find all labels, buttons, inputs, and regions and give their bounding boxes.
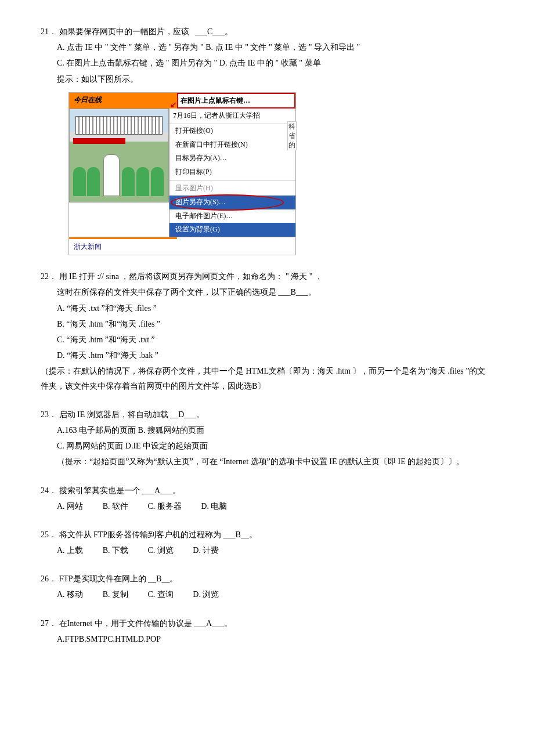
q22-number: 22． bbox=[41, 272, 57, 281]
q25-option-b: B. 下载 bbox=[103, 543, 128, 558]
illus-top-left: 今日在线 bbox=[69, 93, 177, 109]
q23-options-cd: C. 网易网站的页面 D.IE 中设定的起始页面 bbox=[41, 439, 493, 453]
q27-options: A.FTPB.SMTPC.HTMLD.POP bbox=[41, 632, 493, 646]
q26-stem-text: FTP是实现文件在网上的 __B__。 bbox=[59, 574, 178, 583]
q26-number: 26． bbox=[41, 574, 57, 583]
menu-open-link[interactable]: 打开链接(O) bbox=[169, 124, 295, 138]
q22-option-a: A. “海天 .txt ”和“海天 .files ” bbox=[41, 301, 493, 316]
illus-bottom-label: 浙大新闻 bbox=[69, 237, 177, 255]
photo-person bbox=[103, 154, 120, 196]
q22-hint: （提示：在默认的情况下，将保存两个文件，其中一个是 HTML文档〔即为：海天 .… bbox=[41, 364, 493, 393]
q25-option-a: A. 上载 bbox=[57, 543, 83, 558]
q21-option-b: B. 点 IE 中 " 文件 " 菜单，选 " 导入和导出 " bbox=[205, 43, 360, 52]
q26-options: A. 移动 B. 复制 C. 查询 D. 浏览 bbox=[41, 587, 493, 602]
question-25: 25． 将文件从 FTP服务器传输到客户机的过程称为 ___B__。 A. 上载… bbox=[41, 527, 493, 558]
q24-option-b: B. 软件 bbox=[103, 499, 128, 513]
photo-person bbox=[73, 167, 86, 196]
q26-option-c: C. 查询 bbox=[147, 587, 173, 602]
q25-option-d: D. 计费 bbox=[193, 543, 219, 558]
illus-top: 今日在线 ↙ 在图片上点鼠标右键… bbox=[69, 93, 295, 109]
q21-number: 21． bbox=[41, 27, 57, 36]
q24-option-a: A. 网站 bbox=[57, 499, 83, 513]
q24-option-c: C. 服务器 bbox=[147, 499, 181, 513]
context-menu: 7月16日，记者从浙江大学招 打开链接(O) 在新窗口中打开链接(N) 目标另存… bbox=[169, 108, 295, 236]
q26-stem: 26． FTP是实现文件在网上的 __B__。 bbox=[41, 571, 493, 586]
question-26: 26． FTP是实现文件在网上的 __B__。 A. 移动 B. 复制 C. 查… bbox=[41, 571, 493, 602]
q21-row-cd: C. 在图片上点击鼠标右键，选 " 图片另存为 " D. 点击 IE 中的 " … bbox=[41, 56, 493, 70]
question-23: 23． 启动 IE 浏览器后，将自动加载 __D___。 A.163 电子邮局的… bbox=[41, 407, 493, 469]
menu-save-image[interactable]: 图片另存为(S)… bbox=[169, 196, 295, 209]
q24-stem-text: 搜索引擎其实也是一个 ___A___。 bbox=[59, 486, 181, 495]
menu-open-new-window[interactable]: 在新窗口中打开链接(N) bbox=[169, 138, 295, 152]
q22-option-c: C. “海天 .htm ”和“海天 .txt ” bbox=[41, 332, 493, 347]
q24-options: A. 网站 B. 软件 C. 服务器 D. 电脑 bbox=[41, 499, 493, 513]
q25-options: A. 上载 B. 下载 C. 浏览 D. 计费 bbox=[41, 543, 493, 558]
photo-building bbox=[75, 116, 163, 135]
illus-annotation-text: 在图片上点鼠标右键… bbox=[181, 96, 250, 104]
q21-option-a: A. 点击 IE 中 " 文件 " 菜单，选 " 另存为 " bbox=[57, 43, 204, 52]
q27-stem: 27． 在Internet 中，用于文件传输的协议是 ___A___。 bbox=[41, 616, 493, 631]
q23-number: 23． bbox=[41, 410, 57, 419]
question-24: 24． 搜索引擎其实也是一个 ___A___。 A. 网站 B. 软件 C. 服… bbox=[41, 483, 493, 513]
illus-side-text: 科省的 bbox=[287, 121, 297, 150]
q21-option-d: D. 点击 IE 中的 " 收藏 " 菜单 bbox=[219, 59, 321, 67]
menu-show-image[interactable]: 显示图片(H) bbox=[169, 182, 295, 196]
q21-blank: ___C___ bbox=[195, 27, 225, 36]
menu-email-image[interactable]: 电子邮件图片(E)… bbox=[169, 209, 295, 223]
question-21: 21． 如果要保存网页中的一幅图片，应该 ___C___。 A. 点击 IE 中… bbox=[41, 24, 493, 255]
q27-number: 27． bbox=[41, 619, 57, 628]
q22-stem-line1: 22． 用 IE 打开 :// sina ，然后将该网页另存为网页文件，如命名为… bbox=[41, 269, 493, 284]
q21-row-ab: A. 点击 IE 中 " 文件 " 菜单，选 " 另存为 " B. 点 IE 中… bbox=[41, 40, 493, 55]
q25-option-c: C. 浏览 bbox=[147, 543, 173, 558]
q27-stem-text: 在Internet 中，用于文件传输的协议是 ___A___。 bbox=[59, 619, 233, 628]
q23-options-ab: A.163 电子邮局的页面 B. 搜狐网站的页面 bbox=[41, 423, 493, 437]
menu-set-background[interactable]: 设置为背景(G) bbox=[169, 223, 295, 237]
illus-caption: 7月16日，记者从浙江大学招 bbox=[169, 108, 295, 124]
illus-bottom: 浙大新闻 bbox=[69, 237, 295, 255]
photo-banner bbox=[73, 138, 125, 144]
photo-placeholder bbox=[69, 108, 169, 202]
illus-bottom-right bbox=[177, 237, 295, 255]
q25-stem-text: 将文件从 FTP服务器传输到客户机的过程称为 ___B__。 bbox=[59, 530, 257, 539]
photo-person bbox=[122, 167, 135, 196]
illus-annotation: ↙ 在图片上点鼠标右键… bbox=[177, 93, 295, 109]
q26-option-d: D. 浏览 bbox=[193, 587, 219, 602]
q25-number: 25． bbox=[41, 530, 57, 539]
q21-hint: 提示：如以下图所示。 bbox=[41, 72, 493, 86]
q21-illustration: 今日在线 ↙ 在图片上点鼠标右键… 7月16日，记者从浙江大学招 打开链接(O)… bbox=[68, 92, 296, 256]
q22-stem-a: 用 IE 打开 :// sina ，然后将该网页另存为网页文件，如命名为： " … bbox=[59, 272, 323, 281]
q25-stem: 25． 将文件从 FTP服务器传输到客户机的过程称为 ___B__。 bbox=[41, 527, 493, 542]
photo-person bbox=[136, 167, 149, 196]
menu-separator bbox=[169, 180, 295, 180]
q26-option-b: B. 复制 bbox=[103, 587, 128, 602]
q24-stem: 24． 搜索引擎其实也是一个 ___A___。 bbox=[41, 483, 493, 498]
q21-stem: 21． 如果要保存网页中的一幅图片，应该 ___C___。 bbox=[41, 24, 493, 39]
illus-body: 7月16日，记者从浙江大学招 打开链接(O) 在新窗口中打开链接(N) 目标另存… bbox=[69, 108, 295, 236]
q26-option-a: A. 移动 bbox=[57, 587, 83, 602]
q21-option-c: C. 在图片上点击鼠标右键，选 " 图片另存为 " bbox=[57, 59, 217, 67]
q23-hint: （提示：“起始页面”又称为“默认主页”，可在 “Internet 选项”的选项卡… bbox=[41, 454, 493, 469]
q24-number: 24． bbox=[41, 486, 57, 495]
menu-save-target[interactable]: 目标另存为(A)… bbox=[169, 151, 295, 165]
menu-print-target[interactable]: 打印目标(P) bbox=[169, 165, 295, 179]
question-22: 22． 用 IE 打开 :// sina ，然后将该网页另存为网页文件，如命名为… bbox=[41, 269, 493, 393]
q22-stem-line2: 这时在所保存的文件夹中保存了两个文件，以下正确的选项是 ___B___。 bbox=[41, 285, 493, 299]
q22-option-d: D. “海天 .htm ”和“海天 .bak ” bbox=[41, 348, 493, 363]
question-27: 27． 在Internet 中，用于文件传输的协议是 ___A___。 A.FT… bbox=[41, 616, 493, 646]
photo-person bbox=[151, 167, 164, 196]
photo-person bbox=[87, 167, 100, 196]
q23-stem: 23． 启动 IE 浏览器后，将自动加载 __D___。 bbox=[41, 407, 493, 422]
q21-stem-a: 如果要保存网页中的一幅图片，应该 bbox=[59, 27, 189, 36]
q22-option-b: B. “海天 .htm ”和“海天 .files ” bbox=[41, 317, 493, 331]
q21-stem-b: 。 bbox=[225, 27, 233, 36]
q24-option-d: D. 电脑 bbox=[201, 499, 227, 513]
q23-stem-text: 启动 IE 浏览器后，将自动加载 __D___。 bbox=[59, 410, 205, 419]
